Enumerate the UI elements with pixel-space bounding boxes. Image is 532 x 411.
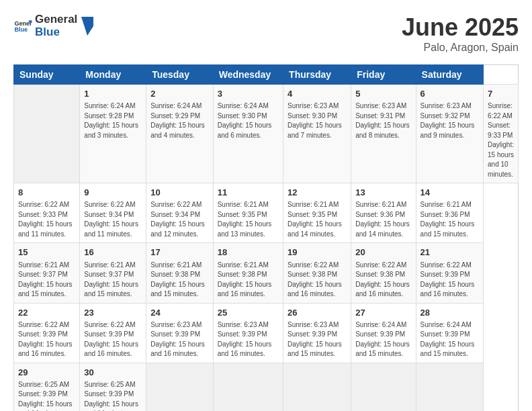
page-subtitle: Palo, Aragon, Spain (402, 42, 519, 54)
day-info: Sunrise: 6:24 AMSunset: 9:28 PMDaylight:… (84, 101, 142, 140)
calendar-week-row: 1Sunrise: 6:24 AMSunset: 9:28 PMDaylight… (14, 85, 519, 183)
header-sunday: Sunday (14, 65, 80, 85)
day-info: Sunrise: 6:22 AMSunset: 9:34 PMDaylight:… (150, 200, 209, 239)
svg-marker-3 (81, 17, 93, 36)
day-cell-22: 22Sunrise: 6:22 AMSunset: 9:39 PMDayligh… (14, 303, 80, 363)
day-cell-16: 16Sunrise: 6:21 AMSunset: 9:37 PMDayligh… (80, 243, 146, 303)
day-number: 8 (18, 187, 75, 199)
day-cell-13: 13Sunrise: 6:21 AMSunset: 9:36 PMDayligh… (351, 183, 416, 243)
header: General Blue General Blue June 2025 Palo… (13, 13, 519, 54)
day-info: Sunrise: 6:21 AMSunset: 9:38 PMDaylight:… (150, 261, 209, 300)
day-info: Sunrise: 6:21 AMSunset: 9:36 PMDaylight:… (355, 200, 411, 239)
day-number: 28 (420, 307, 479, 319)
day-number: 27 (355, 307, 411, 319)
header-wednesday: Wednesday (213, 65, 283, 85)
day-number: 20 (355, 246, 411, 259)
header-saturday: Saturday (416, 65, 483, 85)
day-number: 12 (287, 187, 347, 199)
day-number: 17 (150, 246, 209, 259)
header-tuesday: Tuesday (146, 65, 214, 85)
day-cell-7: 7Sunrise: 6:22 AMSunset: 9:33 PMDaylight… (484, 85, 519, 183)
day-number: 26 (287, 307, 347, 319)
day-cell-28: 28Sunrise: 6:24 AMSunset: 9:39 PMDayligh… (416, 303, 483, 363)
day-number: 30 (84, 367, 142, 379)
day-cell-6: 6Sunrise: 6:23 AMSunset: 9:32 PMDaylight… (416, 85, 483, 183)
day-cell-1: 1Sunrise: 6:24 AMSunset: 9:28 PMDaylight… (80, 85, 146, 183)
day-info: Sunrise: 6:23 AMSunset: 9:32 PMDaylight:… (420, 101, 479, 140)
day-cell-10: 10Sunrise: 6:22 AMSunset: 9:34 PMDayligh… (146, 183, 214, 243)
day-number: 1 (84, 88, 142, 100)
day-number: 11 (218, 187, 279, 199)
day-number: 6 (420, 88, 479, 100)
day-info: Sunrise: 6:21 AMSunset: 9:35 PMDaylight:… (287, 200, 347, 239)
empty-day-cell (351, 363, 416, 411)
logo-chevron-icon (81, 17, 93, 36)
empty-day-cell (416, 363, 483, 411)
svg-text:Blue: Blue (14, 26, 28, 33)
day-cell-2: 2Sunrise: 6:24 AMSunset: 9:29 PMDaylight… (146, 85, 214, 183)
calendar-week-row: 15Sunrise: 6:21 AMSunset: 9:37 PMDayligh… (14, 243, 519, 303)
day-number: 21 (420, 246, 479, 259)
calendar-week-row: 22Sunrise: 6:22 AMSunset: 9:39 PMDayligh… (14, 303, 519, 363)
day-cell-9: 9Sunrise: 6:22 AMSunset: 9:34 PMDaylight… (80, 183, 146, 243)
day-info: Sunrise: 6:22 AMSunset: 9:39 PMDaylight:… (84, 320, 142, 359)
day-cell-18: 18Sunrise: 6:21 AMSunset: 9:38 PMDayligh… (213, 243, 283, 303)
day-info: Sunrise: 6:21 AMSunset: 9:37 PMDaylight:… (18, 261, 75, 300)
day-info: Sunrise: 6:22 AMSunset: 9:38 PMDaylight:… (287, 261, 347, 300)
day-info: Sunrise: 6:25 AMSunset: 9:39 PMDaylight:… (84, 380, 142, 411)
day-info: Sunrise: 6:22 AMSunset: 9:33 PMDaylight:… (18, 200, 75, 239)
day-number: 7 (488, 88, 514, 100)
title-area: June 2025 Palo, Aragon, Spain (402, 13, 519, 54)
empty-day-cell (146, 363, 214, 411)
day-info: Sunrise: 6:22 AMSunset: 9:34 PMDaylight:… (84, 200, 142, 239)
empty-day-cell (283, 363, 351, 411)
day-info: Sunrise: 6:24 AMSunset: 9:30 PMDaylight:… (218, 101, 279, 140)
day-number: 13 (355, 187, 411, 199)
day-info: Sunrise: 6:21 AMSunset: 9:37 PMDaylight:… (84, 261, 142, 300)
day-number: 25 (218, 307, 279, 319)
empty-day-cell (213, 363, 283, 411)
day-number: 23 (84, 307, 142, 319)
day-cell-23: 23Sunrise: 6:22 AMSunset: 9:39 PMDayligh… (80, 303, 146, 363)
day-cell-17: 17Sunrise: 6:21 AMSunset: 9:38 PMDayligh… (146, 243, 214, 303)
day-info: Sunrise: 6:23 AMSunset: 9:39 PMDaylight:… (287, 320, 347, 359)
day-number: 16 (84, 246, 142, 259)
day-info: Sunrise: 6:21 AMSunset: 9:38 PMDaylight:… (218, 261, 279, 300)
day-info: Sunrise: 6:21 AMSunset: 9:35 PMDaylight:… (218, 200, 279, 239)
day-info: Sunrise: 6:21 AMSunset: 9:36 PMDaylight:… (420, 200, 479, 239)
day-cell-19: 19Sunrise: 6:22 AMSunset: 9:38 PMDayligh… (283, 243, 351, 303)
logo-blue: Blue (35, 26, 77, 39)
day-info: Sunrise: 6:24 AMSunset: 9:29 PMDaylight:… (150, 101, 209, 140)
day-number: 29 (18, 367, 75, 379)
day-info: Sunrise: 6:23 AMSunset: 9:39 PMDaylight:… (150, 320, 209, 359)
day-cell-4: 4Sunrise: 6:23 AMSunset: 9:30 PMDaylight… (283, 85, 351, 183)
day-cell-5: 5Sunrise: 6:23 AMSunset: 9:31 PMDaylight… (351, 85, 416, 183)
day-cell-8: 8Sunrise: 6:22 AMSunset: 9:33 PMDaylight… (14, 183, 80, 243)
day-cell-27: 27Sunrise: 6:24 AMSunset: 9:39 PMDayligh… (351, 303, 416, 363)
day-number: 14 (420, 187, 479, 199)
logo-icon: General Blue (13, 17, 32, 36)
day-number: 4 (287, 88, 347, 100)
day-cell-20: 20Sunrise: 6:22 AMSunset: 9:38 PMDayligh… (351, 243, 416, 303)
day-number: 18 (218, 246, 279, 259)
day-cell-15: 15Sunrise: 6:21 AMSunset: 9:37 PMDayligh… (14, 243, 80, 303)
day-info: Sunrise: 6:22 AMSunset: 9:39 PMDaylight:… (18, 320, 75, 359)
day-number: 24 (150, 307, 209, 319)
day-info: Sunrise: 6:25 AMSunset: 9:39 PMDaylight:… (18, 380, 75, 411)
logo-general: General (35, 13, 77, 26)
page-title: June 2025 (402, 13, 519, 42)
day-cell-12: 12Sunrise: 6:21 AMSunset: 9:35 PMDayligh… (283, 183, 351, 243)
header-friday: Friday (351, 65, 416, 85)
day-number: 5 (355, 88, 411, 100)
day-info: Sunrise: 6:23 AMSunset: 9:31 PMDaylight:… (355, 101, 411, 140)
day-cell-25: 25Sunrise: 6:23 AMSunset: 9:39 PMDayligh… (213, 303, 283, 363)
day-cell-26: 26Sunrise: 6:23 AMSunset: 9:39 PMDayligh… (283, 303, 351, 363)
day-number: 19 (287, 246, 347, 259)
day-info: Sunrise: 6:22 AMSunset: 9:39 PMDaylight:… (420, 261, 479, 300)
day-info: Sunrise: 6:23 AMSunset: 9:30 PMDaylight:… (287, 101, 347, 140)
day-info: Sunrise: 6:23 AMSunset: 9:39 PMDaylight:… (218, 320, 279, 359)
header-thursday: Thursday (283, 65, 351, 85)
day-info: Sunrise: 6:24 AMSunset: 9:39 PMDaylight:… (420, 320, 479, 359)
day-info: Sunrise: 6:22 AMSunset: 9:38 PMDaylight:… (355, 261, 411, 300)
day-number: 3 (218, 88, 279, 100)
